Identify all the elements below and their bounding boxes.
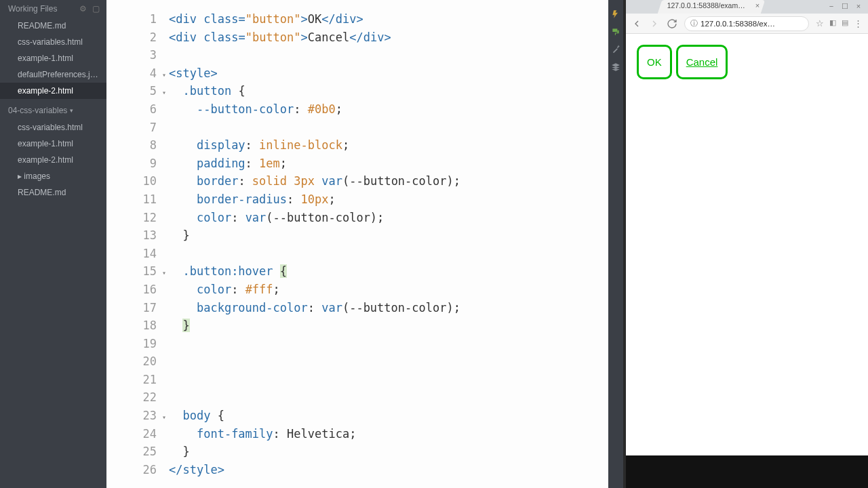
- line-number: 15: [106, 262, 157, 281]
- code-line: <div class="button">OK</div>: [169, 10, 608, 28]
- editor-right-rail: [608, 0, 623, 488]
- working-file-item[interactable]: defaultPreferences.json: [0, 66, 106, 83]
- app-root: Working Files ⚙ ▢ README.mdcss-variables…: [0, 0, 868, 488]
- line-number: 14: [106, 245, 157, 263]
- code-line: [169, 352, 608, 371]
- project-folder-item[interactable]: ▸ images: [0, 168, 106, 184]
- paint-icon[interactable]: [611, 27, 620, 37]
- code-line: color: var(--button-color);: [169, 209, 608, 227]
- line-number: 5: [106, 82, 157, 100]
- project-file-item[interactable]: css-variables.html: [0, 119, 106, 136]
- window-controls: − ☐ ×: [827, 2, 863, 10]
- line-number: 11: [106, 190, 157, 209]
- address-bar[interactable]: ⓘ 127.0.0.1:58388/ex…: [684, 16, 809, 31]
- close-icon[interactable]: ×: [854, 2, 863, 10]
- editor-pane: 1234567891011121314151617181920212223242…: [106, 0, 623, 488]
- star-icon[interactable]: ☆: [816, 18, 824, 28]
- project-file-item[interactable]: README.md: [0, 184, 106, 201]
- line-number: 26: [106, 461, 157, 479]
- line-number: 13: [106, 226, 157, 245]
- code-editor[interactable]: <div class="button">OK</div><div class="…: [166, 0, 608, 488]
- line-number: 20: [106, 352, 157, 371]
- line-gutter: 1234567891011121314151617181920212223242…: [106, 0, 166, 488]
- line-number: 9: [106, 155, 157, 173]
- code-line: </style>: [169, 461, 608, 479]
- code-line: }: [169, 226, 608, 245]
- tab-title: 127.0.0.1:58388/example-2.h: [667, 1, 749, 9]
- reload-icon[interactable]: [667, 18, 677, 29]
- line-number: 12: [106, 209, 157, 227]
- working-files-header: Working Files ⚙ ▢: [0, 0, 106, 18]
- code-line: <div class="button">Cancel</div>: [169, 28, 608, 47]
- site-info-icon[interactable]: ⓘ: [690, 18, 698, 28]
- dropdown-icon: ▾: [70, 107, 73, 114]
- url-text: 127.0.0.1:58388/ex…: [701, 20, 775, 28]
- line-number: 10: [106, 172, 157, 190]
- code-line: font-family: Helvetica;: [169, 425, 608, 443]
- project-file-item[interactable]: example-1.html: [0, 136, 106, 152]
- extension-icon[interactable]: ◧: [829, 18, 836, 28]
- code-line: [169, 371, 608, 389]
- line-number: 3: [106, 46, 157, 64]
- line-number: 21: [106, 371, 157, 389]
- working-file-item[interactable]: example-1.html: [0, 50, 106, 66]
- line-number: 25: [106, 443, 157, 461]
- reader-icon[interactable]: ▤: [842, 18, 848, 28]
- line-number: 4: [106, 64, 157, 83]
- preview-viewport: OKCancel: [626, 34, 868, 455]
- code-line: }: [169, 443, 608, 461]
- layers-icon[interactable]: [611, 62, 620, 72]
- code-line: body {: [169, 407, 608, 425]
- browser-toolbar: ⓘ 127.0.0.1:58388/ex… ☆ ◧ ▤ ⋮: [626, 14, 868, 34]
- line-number: 8: [106, 136, 157, 155]
- code-line: <style>: [169, 64, 608, 83]
- line-number: 24: [106, 425, 157, 443]
- code-line: border: solid 3px var(--button-color);: [169, 172, 608, 190]
- forward-icon[interactable]: [649, 18, 660, 29]
- bolt-icon[interactable]: [611, 9, 620, 19]
- tab-close-icon[interactable]: ×: [755, 1, 759, 9]
- line-number: 1: [106, 10, 157, 28]
- browser-action-icons: ☆ ◧ ▤ ⋮: [816, 18, 863, 28]
- gear-icon[interactable]: ⚙: [79, 4, 87, 14]
- minimize-icon[interactable]: −: [827, 2, 835, 10]
- line-number: 18: [106, 317, 157, 335]
- project-tree: css-variables.htmlexample-1.htmlexample-…: [0, 119, 106, 201]
- code-line: .button:hover {: [169, 262, 608, 281]
- code-line: }: [169, 317, 608, 335]
- line-number: 19: [106, 335, 157, 353]
- code-line: --button-color: #0b0;: [169, 100, 608, 119]
- maximize-icon[interactable]: ☐: [841, 2, 849, 10]
- line-number: 6: [106, 100, 157, 119]
- preview-letterbox: [626, 455, 868, 488]
- working-file-item[interactable]: example-2.html: [0, 83, 106, 99]
- code-line: color: #fff;: [169, 281, 608, 299]
- code-line: [169, 46, 608, 64]
- browser-tab-strip: 127.0.0.1:58388/example-2.h × − ☐ ×: [626, 0, 868, 14]
- sidebar-header-icons: ⚙ ▢: [79, 4, 100, 14]
- code-line: [169, 245, 608, 263]
- project-file-item[interactable]: example-2.html: [0, 152, 106, 168]
- working-file-item[interactable]: css-variables.html: [0, 34, 106, 50]
- working-files-label: Working Files: [8, 4, 57, 14]
- menu-icon[interactable]: ⋮: [854, 18, 863, 28]
- code-line: [169, 335, 608, 353]
- code-line: [169, 119, 608, 137]
- project-name: 04-css-variables: [8, 106, 67, 115]
- line-number: 17: [106, 299, 157, 317]
- code-line: padding: 1em;: [169, 155, 608, 173]
- split-icon[interactable]: ▢: [92, 4, 100, 14]
- preview-button[interactable]: OK: [637, 45, 672, 79]
- code-line: [169, 388, 608, 407]
- project-header[interactable]: 04-css-variables ▾: [0, 99, 106, 119]
- wand-icon[interactable]: [611, 45, 620, 54]
- preview-button[interactable]: Cancel: [676, 45, 728, 79]
- line-number: 23: [106, 407, 157, 425]
- browser-tab[interactable]: 127.0.0.1:58388/example-2.h ×: [658, 0, 765, 14]
- line-number: 16: [106, 281, 157, 299]
- back-icon[interactable]: [631, 18, 642, 29]
- code-line: display: inline-block;: [169, 136, 608, 155]
- working-file-item[interactable]: README.md: [0, 18, 106, 34]
- browser-preview: 127.0.0.1:58388/example-2.h × − ☐ × ⓘ 12…: [623, 0, 868, 488]
- line-number: 7: [106, 119, 157, 137]
